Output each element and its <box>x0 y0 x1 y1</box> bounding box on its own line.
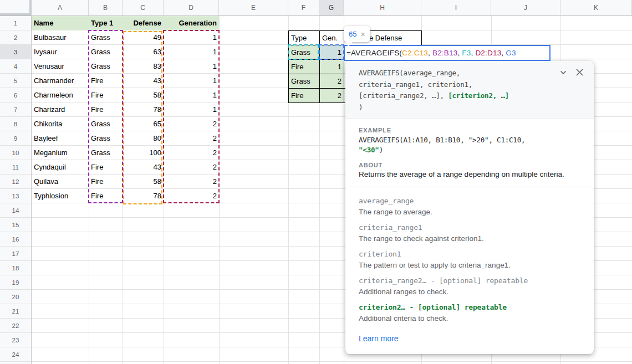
cell-G2[interactable]: Gen. <box>319 30 344 45</box>
cell-A6[interactable]: Charmeleon <box>32 88 89 102</box>
cell-C4[interactable]: 83 <box>123 59 164 74</box>
cell-D7[interactable]: 1 <box>164 102 219 117</box>
column-header-F[interactable]: F <box>288 0 319 16</box>
cell-C12[interactable]: 58 <box>123 175 164 189</box>
cell-D10[interactable]: 2 <box>164 146 219 160</box>
cell-D2[interactable]: 1 <box>164 30 219 45</box>
cell-B13[interactable]: Fire <box>89 189 123 203</box>
cell-A5[interactable]: Charmander <box>32 74 89 88</box>
cell-B2[interactable]: Grass <box>89 30 123 45</box>
column-header-G[interactable]: G <box>319 0 344 16</box>
cell-B10[interactable]: Grass <box>89 146 123 160</box>
row-header-12[interactable]: 12 <box>0 175 31 189</box>
cell-D12[interactable]: 2 <box>164 175 219 189</box>
row-header-21[interactable]: 21 <box>0 304 31 319</box>
cell-A11[interactable]: Cyndaquil <box>32 160 89 175</box>
row-header-18[interactable]: 18 <box>0 261 31 275</box>
cell-B5[interactable]: Fire <box>89 74 123 88</box>
cell-D5[interactable]: 1 <box>164 74 219 88</box>
row-header-14[interactable]: 14 <box>0 203 31 218</box>
cell-B3[interactable]: Grass <box>89 45 123 59</box>
row-header-2[interactable]: 2 <box>0 30 31 45</box>
row-header-20[interactable]: 20 <box>0 290 31 304</box>
column-header-C[interactable]: C <box>123 0 164 16</box>
cell-F6[interactable]: Fire <box>288 88 320 103</box>
cell-G4[interactable]: 1 <box>319 59 344 74</box>
column-header-B[interactable]: B <box>89 0 123 16</box>
row-header-22[interactable]: 22 <box>0 319 31 333</box>
cell-A7[interactable]: Charizard <box>32 102 89 117</box>
cell-B7[interactable]: Fire <box>89 102 123 117</box>
row-header-7[interactable]: 7 <box>0 102 31 117</box>
row-header-15[interactable]: 15 <box>0 218 31 232</box>
row-header-1[interactable]: 1 <box>0 16 31 30</box>
row-header-3[interactable]: 3 <box>0 45 31 59</box>
cell-B1[interactable]: Type 1 <box>89 16 123 30</box>
row-header-4[interactable]: 4 <box>0 59 31 74</box>
formula-editor[interactable]: =AVERAGEIFS(C2:C13, B2:B13, F3, D2:D13, … <box>344 45 551 61</box>
cell-B11[interactable]: Fire <box>89 160 123 175</box>
cell-C11[interactable]: 43 <box>123 160 164 175</box>
cell-A9[interactable]: Bayleef <box>32 131 89 146</box>
learn-more-link[interactable]: Learn more <box>359 334 399 343</box>
cell-D3[interactable]: 1 <box>164 45 219 59</box>
cell-C9[interactable]: 80 <box>123 131 164 146</box>
popup-close-icon[interactable] <box>575 68 584 76</box>
cell-F3[interactable]: Grass <box>288 45 320 60</box>
cell-D1[interactable]: Generation <box>164 16 219 30</box>
cell-C10[interactable]: 100 <box>123 146 164 160</box>
cell-D11[interactable]: 2 <box>164 160 219 175</box>
cell-B8[interactable]: Grass <box>89 117 123 131</box>
cell-C7[interactable]: 78 <box>123 102 164 117</box>
cell-F4[interactable]: Fire <box>288 59 320 74</box>
cell-A13[interactable]: Typhlosion <box>32 189 89 203</box>
cell-C5[interactable]: 43 <box>123 74 164 88</box>
cell-G3[interactable]: 1 <box>319 45 344 60</box>
cell-B9[interactable]: Grass <box>89 131 123 146</box>
row-header-16[interactable]: 16 <box>0 232 31 247</box>
cell-A8[interactable]: Chikorita <box>32 117 89 131</box>
row-header-19[interactable]: 19 <box>0 275 31 290</box>
row-header-25[interactable]: 25 <box>0 362 31 364</box>
column-header-A[interactable]: A <box>32 0 89 16</box>
row-header-13[interactable]: 13 <box>0 189 31 203</box>
cell-A1[interactable]: Name <box>32 16 89 30</box>
row-header-9[interactable]: 9 <box>0 131 31 146</box>
cell-D6[interactable]: 1 <box>164 88 219 102</box>
cell-F5[interactable]: Grass <box>288 74 320 89</box>
cell-D9[interactable]: 2 <box>164 131 219 146</box>
cell-D13[interactable]: 2 <box>164 189 219 203</box>
cell-B12[interactable]: Fire <box>89 175 123 189</box>
cell-A3[interactable]: Ivysaur <box>32 45 89 59</box>
column-header-H[interactable]: H <box>344 0 421 16</box>
cell-C2[interactable]: 49 <box>123 30 164 45</box>
cell-C8[interactable]: 65 <box>123 117 164 131</box>
cell-C6[interactable]: 58 <box>123 88 164 102</box>
select-all-corner[interactable] <box>0 0 32 16</box>
cell-B6[interactable]: Fire <box>89 88 123 102</box>
row-header-5[interactable]: 5 <box>0 74 31 88</box>
cell-A12[interactable]: Quilava <box>32 175 89 189</box>
cell-D8[interactable]: 2 <box>164 117 219 131</box>
cell-G6[interactable]: 2 <box>319 88 344 103</box>
cell-C13[interactable]: 78 <box>123 189 164 203</box>
row-header-11[interactable]: 11 <box>0 160 31 175</box>
row-header-10[interactable]: 10 <box>0 146 31 160</box>
column-header-J[interactable]: J <box>491 0 560 16</box>
column-header-I[interactable]: I <box>421 0 491 16</box>
chip-close-icon[interactable]: × <box>360 30 365 39</box>
row-header-24[interactable]: 24 <box>0 347 31 362</box>
cell-A10[interactable]: Meganium <box>32 146 89 160</box>
row-header-17[interactable]: 17 <box>0 247 31 261</box>
column-header-K[interactable]: K <box>560 0 632 16</box>
cell-F2[interactable]: Type <box>288 30 320 45</box>
column-header-D[interactable]: D <box>164 0 219 16</box>
row-header-8[interactable]: 8 <box>0 117 31 131</box>
cell-C1[interactable]: Defense <box>123 16 164 30</box>
chevron-down-icon[interactable] <box>559 69 567 76</box>
cell-D4[interactable]: 1 <box>164 59 219 74</box>
cell-A4[interactable]: Venusaur <box>32 59 89 74</box>
row-header-6[interactable]: 6 <box>0 88 31 102</box>
cell-G5[interactable]: 2 <box>319 74 344 89</box>
column-header-E[interactable]: E <box>219 0 288 16</box>
